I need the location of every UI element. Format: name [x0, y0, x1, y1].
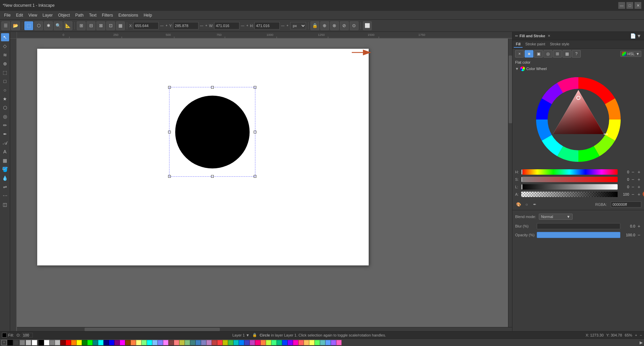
opacity-minus[interactable]: − [637, 232, 641, 238]
palette-swatch-15[interactable] [120, 340, 125, 345]
palette-swatch-11[interactable] [98, 340, 104, 345]
transform-btn-4[interactable]: ⊡ [106, 21, 115, 30]
palette-swatch-0[interactable] [39, 340, 44, 345]
measure-tool-btn[interactable]: 📐 [64, 21, 72, 30]
fill-swatch-btn[interactable]: ▦ [562, 50, 571, 58]
palette-swatch-12[interactable] [104, 340, 109, 345]
blur-plus[interactable]: + [637, 223, 641, 229]
h-plus-btn[interactable]: + [286, 24, 289, 27]
palette-swatch-1[interactable] [44, 340, 49, 345]
blend-mode-select[interactable]: Normal ▼ [539, 214, 573, 220]
dropper-tool[interactable]: 💧 [1, 174, 9, 182]
hsl-dropdown[interactable]: HSL ▼ [620, 51, 641, 57]
fill-flat-btn[interactable]: ■ [525, 50, 533, 58]
a-plus[interactable]: + [637, 192, 641, 197]
palette-swatch-28[interactable] [190, 340, 196, 345]
menu-text[interactable]: Text [86, 12, 99, 19]
blur-track[interactable] [537, 223, 620, 229]
gradient-tool[interactable]: ▦ [1, 156, 9, 165]
s-plus[interactable]: + [637, 177, 641, 182]
view-mode-btn[interactable]: ⬜ [363, 21, 372, 30]
palette-swatch-19[interactable] [141, 340, 147, 345]
select-tool-btn[interactable]: ⬚ [24, 21, 33, 30]
o-input[interactable] [22, 333, 33, 338]
palette-swatch-27[interactable] [185, 340, 190, 345]
zoom-tool[interactable]: ⊕ [1, 60, 9, 68]
lock-layer-btn[interactable]: 🔒 [252, 333, 257, 337]
fill-tab[interactable]: Fill [514, 41, 523, 48]
palette-swatch-42[interactable] [266, 340, 271, 345]
node-tool-btn[interactable]: ⬡ [34, 21, 43, 30]
copy-color-btn[interactable]: 🎨 [515, 201, 522, 208]
palette-swatch-34[interactable] [223, 340, 228, 345]
x-plus-btn[interactable]: + [165, 24, 168, 27]
fill-radial-btn[interactable]: ◎ [544, 50, 552, 58]
calligraphy-tool[interactable]: 𝒜 [1, 139, 9, 147]
w-plus-btn[interactable]: + [246, 24, 249, 27]
tweak-tool-btn[interactable]: ✱ [44, 21, 53, 30]
palette-swatch-35[interactable] [228, 340, 233, 345]
h-minus-btn[interactable]: — [280, 24, 285, 27]
new-button[interactable]: ☰ [1, 21, 10, 30]
palette-swatch-9[interactable] [87, 340, 93, 345]
minimize-button[interactable]: — [618, 2, 625, 9]
menu-path[interactable]: Path [73, 12, 87, 19]
spray-tool[interactable]: ⋯ [1, 192, 9, 200]
palette-swatch-20[interactable] [147, 340, 152, 345]
menu-edit[interactable]: Edit [13, 12, 26, 19]
l-plus[interactable]: + [637, 184, 641, 190]
palette-swatch-25[interactable] [174, 340, 179, 345]
menu-extensions[interactable]: Extensions [116, 12, 141, 19]
palette-swatch-4[interactable] [60, 340, 66, 345]
tweak-tool[interactable]: ≋ [1, 51, 9, 59]
palette-swatch-49[interactable] [304, 340, 309, 345]
palette-swatch-52[interactable] [320, 340, 325, 345]
palette-swatch-44[interactable] [277, 340, 282, 345]
canvas-area[interactable]: 0 250 500 750 1000 1250 1500 1750 [10, 32, 512, 331]
palette-swatch-53[interactable] [325, 340, 331, 345]
layer-dropdown[interactable]: Layer 1 ▼ [232, 333, 250, 337]
vertical-scrollbar[interactable] [508, 39, 512, 327]
palette-swatch-24[interactable] [168, 340, 174, 345]
palette-swatch-6[interactable] [71, 340, 76, 345]
palette-swatch-14[interactable] [114, 340, 120, 345]
maximize-button[interactable]: □ [626, 2, 633, 9]
hue-slider[interactable] [521, 169, 618, 175]
stroke-style-tab[interactable]: Stroke style [548, 41, 571, 48]
node-tool[interactable]: ◇ [1, 42, 9, 50]
open-button[interactable]: 📂 [11, 21, 20, 30]
palette-swatch-45[interactable] [282, 340, 288, 345]
text-tool[interactable]: A [1, 148, 9, 156]
palette-swatch-55[interactable] [336, 340, 342, 345]
connector-tool[interactable]: ⇌ [1, 183, 9, 191]
x-input[interactable] [133, 22, 159, 29]
palette-swatch-40[interactable] [255, 340, 260, 345]
3d-box-tool[interactable]: ⬡ [1, 104, 9, 112]
pencil-tool[interactable]: ✏ [1, 121, 9, 129]
h-minus[interactable]: − [630, 169, 635, 175]
x-minus-btn[interactable]: — [159, 24, 164, 27]
palette-swatch-43[interactable] [271, 340, 277, 345]
stroke-paint-tab[interactable]: Stroke paint [523, 41, 547, 48]
new-doc-icon[interactable]: 📄 [630, 33, 636, 39]
rect-tool[interactable]: □ [1, 77, 9, 85]
transform-btn-3[interactable]: ⊠ [96, 21, 105, 30]
zoom-out-btn[interactable]: − [640, 333, 642, 337]
close-button[interactable]: ✕ [635, 2, 641, 9]
h-plus[interactable]: + [637, 169, 641, 175]
snap-btn-2[interactable]: ⊗ [330, 21, 339, 30]
light-gray-swatch[interactable] [26, 340, 31, 345]
palette-swatch-54[interactable] [331, 340, 336, 345]
palette-swatch-38[interactable] [244, 340, 250, 345]
palette-scroll-right[interactable]: ▶ [638, 340, 644, 345]
palette-swatch-47[interactable] [293, 340, 298, 345]
menu-layer[interactable]: Layer [40, 12, 55, 19]
palette-swatch-37[interactable] [239, 340, 244, 345]
alpha-slider[interactable] [521, 192, 618, 197]
eyedropper-btn[interactable]: ✒ [531, 201, 538, 208]
palette-swatch-41[interactable] [260, 340, 266, 345]
palette-swatch-2[interactable] [49, 340, 55, 345]
palette-swatch-48[interactable] [298, 340, 304, 345]
horizontal-scrollbar[interactable] [17, 327, 512, 331]
s-minus[interactable]: − [630, 177, 635, 182]
